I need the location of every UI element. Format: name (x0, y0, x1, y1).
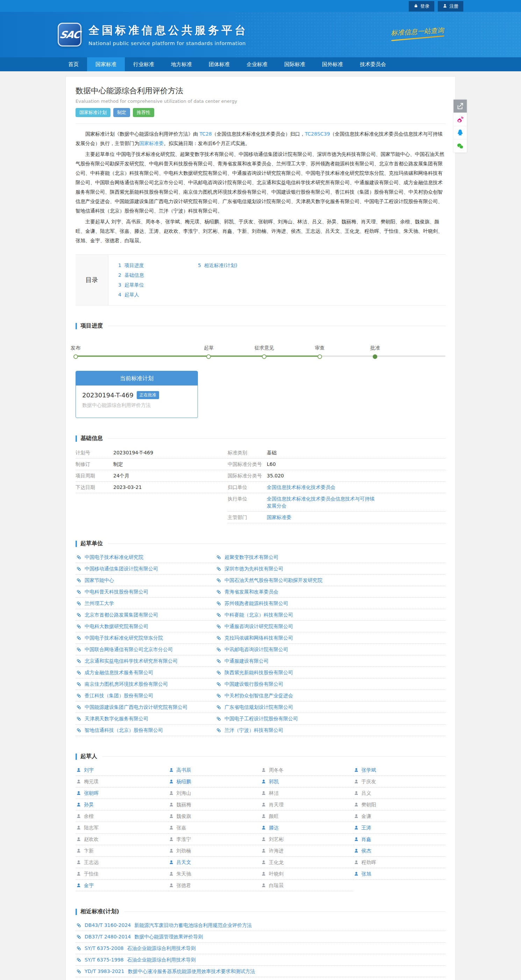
drafter-name[interactable]: 朱天驰 (177, 870, 191, 877)
drafter-name[interactable]: 李淮宁 (177, 836, 191, 843)
drafter-name[interactable]: 刘艺彬 (269, 836, 284, 843)
unit-link[interactable]: 兰洋（宁波）科技有限公司 (225, 727, 283, 733)
nav-item[interactable]: 国家标准 (87, 57, 125, 71)
link-tc28[interactable]: TC28 (199, 131, 212, 137)
drafter-name[interactable]: 张学斌 (362, 767, 376, 773)
info-value[interactable]: 全国信息技术标准化技术委员会信息技术与可持续发展分会 (267, 495, 379, 509)
drafter-name[interactable]: 魏俊旗 (177, 813, 191, 819)
unit-link[interactable]: 香江科技（集团）股份有限公司 (84, 692, 153, 699)
drafter-name[interactable]: 张德君 (177, 882, 191, 889)
drafter-name[interactable]: 郭凯 (269, 778, 279, 785)
drafter-name[interactable]: 金谦 (362, 813, 371, 819)
drafter-name[interactable]: 刘劲楠 (177, 847, 191, 854)
unit-link[interactable]: 兰州理工大学 (84, 600, 114, 607)
related-standard-link[interactable]: SY/T 6375-2008石油企业能源综合利用技术导则 (84, 945, 196, 952)
drafter-name[interactable]: 滕达 (269, 824, 279, 831)
unit-link[interactable]: 天津易天数字化服务有限公司 (84, 715, 148, 722)
unit-link[interactable]: 中国联合网络通信有限公司北京市分公司 (84, 646, 173, 653)
related-standard-link[interactable]: DB37/T 2480-2014数据中心能源管理效果评价导则 (84, 933, 203, 940)
drafter-name[interactable]: 余楷 (84, 813, 94, 819)
drafter-name[interactable]: 赵欢欢 (84, 836, 99, 843)
related-standard-link[interactable]: SY/T 6375-1998石油企业能源综合利用技术导则 (84, 956, 196, 963)
unit-link[interactable]: 中国能源建设集团广西电力设计研究院有限公司 (84, 703, 187, 711)
drafter-name[interactable]: 孙昊 (84, 801, 94, 808)
share-icon[interactable] (454, 100, 467, 113)
nav-item[interactable]: 首页 (60, 57, 87, 71)
nav-item[interactable]: 技术委员会 (351, 57, 394, 71)
login-button[interactable]: 登录 (409, 1, 434, 11)
drafter-name[interactable]: 卞新 (84, 847, 94, 854)
unit-link[interactable]: 中关村协众创智信息产业促进会 (225, 692, 293, 699)
unit-link[interactable]: 中国石油天然气股份有限公司勘探开发研究院 (225, 577, 322, 584)
wechat-icon[interactable] (454, 140, 467, 153)
toc-link[interactable]: 1 项目进度 (118, 260, 198, 270)
drafter-name[interactable]: 张朝晖 (84, 789, 99, 797)
unit-link[interactable]: 成方金融信息技术服务有限公司 (84, 669, 153, 676)
nav-item[interactable]: 企业标准 (238, 57, 276, 71)
unit-link[interactable]: 北京市首都公路发展集团有限公司 (84, 611, 158, 618)
drafter-name[interactable]: 吕天文 (177, 859, 191, 866)
unit-link[interactable]: 中国电子工程设计院股份有限公司 (225, 715, 298, 722)
nav-item[interactable]: 团体标准 (200, 57, 238, 71)
toc-link[interactable]: 5 相近标准(计划) (198, 260, 278, 270)
unit-link[interactable]: 陕西紫光新能科技股份有限公司 (225, 669, 293, 676)
unit-link[interactable]: 中电科大数据研究院有限公司 (84, 623, 148, 630)
info-value[interactable]: 35.020 (267, 472, 284, 479)
unit-link[interactable]: 中科赛能（北京）科技有限公司 (225, 611, 293, 618)
drafter-name[interactable]: 刘宇 (84, 767, 94, 773)
link-standards-committee[interactable]: 国家标准委 (139, 140, 164, 146)
unit-link[interactable]: 中国建设银行股份有限公司 (225, 681, 283, 687)
unit-link[interactable]: 中国电子技术标准化研究院华东分院 (84, 634, 163, 641)
nav-item[interactable]: 国际标准 (276, 57, 314, 71)
sac-logo[interactable]: SAC (58, 23, 81, 46)
drafter-name[interactable]: 杨绍鹏 (177, 778, 191, 785)
toc-link[interactable]: 2 基础信息 (118, 270, 198, 280)
unit-link[interactable]: 中国移动通信集团设计院有限公司 (84, 565, 158, 572)
toc-link[interactable]: 4 起草人 (118, 290, 198, 299)
drafter-name[interactable]: 于怡佳 (84, 870, 99, 877)
unit-link[interactable]: 中讯邮电咨询设计院有限公司 (225, 646, 288, 653)
unit-link[interactable]: 苏州领跑者能源科技有限公司 (225, 600, 288, 607)
info-value[interactable]: 国家标准委 (267, 514, 291, 521)
info-value[interactable]: L60 (267, 461, 276, 468)
drafter-name[interactable]: 樊朝阳 (362, 801, 376, 808)
toc-link[interactable]: 3 起草单位 (118, 280, 198, 290)
info-value[interactable]: 全国信息技术标准化技术委员会 (267, 484, 335, 491)
unit-link[interactable]: 克拉玛依碳和网络科技有限公司 (225, 634, 293, 641)
drafter-name[interactable]: 吕义 (362, 789, 371, 797)
drafter-name[interactable]: 叶晓剑 (269, 870, 284, 877)
drafter-name[interactable]: 王涛 (362, 824, 371, 831)
drafter-name[interactable]: 张旭 (362, 870, 371, 877)
weibo-icon[interactable] (454, 113, 467, 126)
nav-item[interactable]: 行业标准 (125, 57, 163, 71)
drafter-name[interactable]: 肖天理 (269, 801, 284, 808)
unit-link[interactable]: 中通服建设有限公司 (225, 657, 269, 664)
drafter-name[interactable]: 金宇 (84, 882, 94, 889)
unit-link[interactable]: 青海省发展和改革委员会 (225, 588, 278, 595)
drafter-name[interactable]: 肖鑫 (362, 836, 371, 843)
drafter-name[interactable]: 刘海山 (177, 789, 191, 797)
qq-icon[interactable] (454, 126, 467, 140)
drafter-name[interactable]: 许海进 (269, 847, 284, 854)
unit-link[interactable]: 智地信通科技（北京）股份有限公司 (84, 727, 163, 733)
drafter-name[interactable]: 于庆友 (362, 778, 376, 785)
drafter-name[interactable]: 魏丽梅 (177, 801, 191, 808)
drafter-name[interactable]: 林洁 (269, 789, 279, 797)
link-tc28sc39[interactable]: TC28SC39 (305, 131, 330, 137)
nav-item[interactable]: 国外标准 (314, 57, 351, 71)
register-button[interactable]: 注册 (438, 1, 463, 11)
unit-link[interactable]: 中通服咨询设计研究院有限公司 (225, 623, 293, 630)
drafter-name[interactable]: 梅元璞 (84, 778, 99, 785)
info-value[interactable]: 基础 (267, 449, 277, 456)
drafter-name[interactable]: 白瑞晨 (269, 882, 284, 889)
related-standard-link[interactable]: DB43/T 3160-2024新能源汽车废旧动力蓄电池综合利用规范企业评价方法 (84, 922, 252, 929)
unit-link[interactable]: 中国电子技术标准化研究院 (84, 554, 143, 561)
drafter-name[interactable]: 张嘉 (177, 824, 186, 831)
drafter-name[interactable]: 周冬冬 (269, 767, 284, 773)
drafter-name[interactable]: 高书辰 (177, 767, 191, 773)
related-standard-link[interactable]: YD/T 3983-2021数据中心液冷服务器系统能源使用效率技术要求和测试方法 (84, 968, 255, 975)
unit-link[interactable]: 北京通和实益电信科学技术研究所有限公司 (84, 657, 178, 664)
unit-link[interactable]: 广东省电信规划设计院有限公司 (225, 703, 293, 711)
unit-link[interactable]: 超聚变数字技术有限公司 (225, 554, 278, 561)
unit-link[interactable]: 中电科普天科技股份有限公司 (84, 588, 148, 595)
